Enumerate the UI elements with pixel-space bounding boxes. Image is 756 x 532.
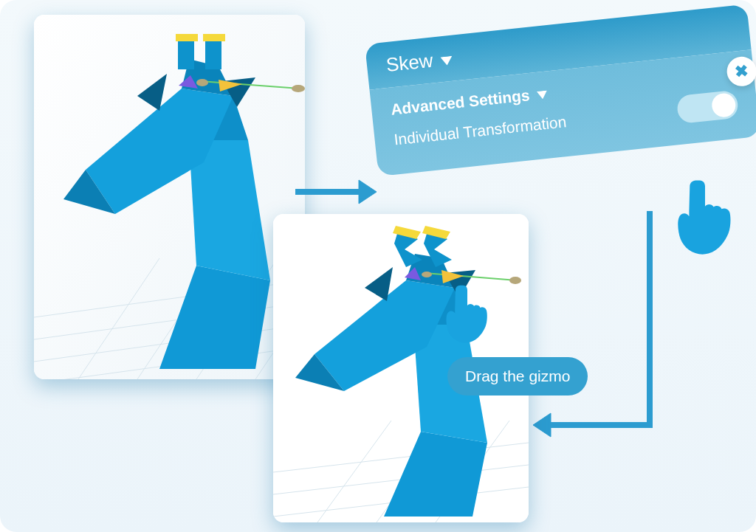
svg-marker-22 (533, 413, 551, 437)
toggle-knob (711, 92, 737, 118)
chevron-down-icon (536, 85, 548, 103)
svg-marker-19 (359, 180, 377, 204)
hand-pointer-icon (672, 177, 738, 258)
svg-point-15 (196, 79, 208, 86)
hand-pointer-icon (441, 282, 493, 347)
flow-arrow-to-panel (295, 170, 377, 214)
giraffe-model-before (34, 15, 305, 379)
svg-rect-11 (176, 34, 198, 41)
svg-point-38 (422, 272, 432, 277)
svg-marker-21 (537, 91, 548, 100)
individual-transformation-toggle[interactable] (676, 90, 740, 124)
flow-arrow-to-result (532, 211, 664, 447)
model-preview-before (34, 15, 305, 379)
svg-point-14 (292, 85, 305, 92)
drag-gizmo-tooltip: Drag the gizmo (447, 357, 588, 395)
svg-point-37 (509, 277, 521, 284)
panel-title: Skew (385, 49, 433, 76)
svg-rect-9 (178, 37, 194, 69)
chevron-down-icon (439, 46, 453, 71)
svg-rect-10 (205, 37, 221, 69)
svg-marker-20 (440, 55, 453, 66)
diagram-canvas: Skew Advanced Settings Individual Transf… (0, 0, 756, 532)
close-icon: ✖ (734, 61, 749, 82)
option-label: Individual Transformation (394, 113, 568, 148)
tooltip-text: Drag the gizmo (465, 367, 570, 384)
svg-rect-12 (203, 34, 225, 41)
